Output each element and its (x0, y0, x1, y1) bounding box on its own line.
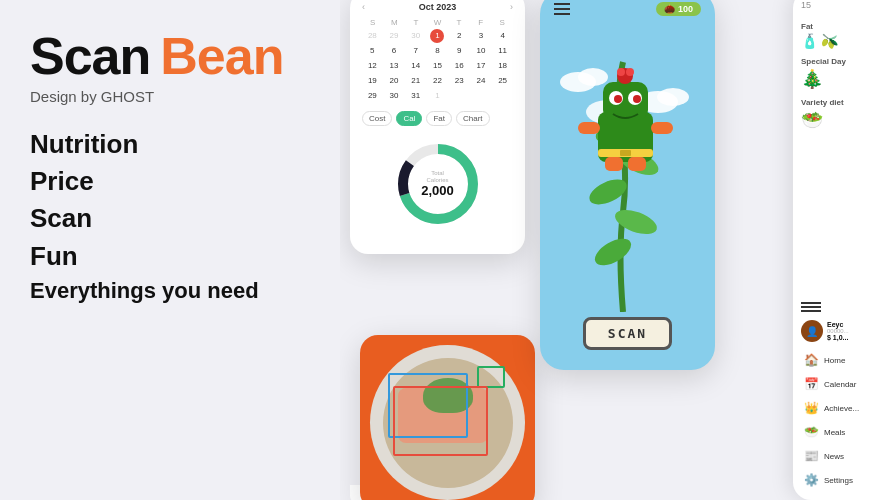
feature-scan: Scan (30, 203, 310, 234)
svg-point-20 (617, 68, 625, 76)
sidebar-variety-item: Variety diet 🥗 (801, 98, 880, 131)
features-list: Nutrition Price Scan Fun Everythings you… (30, 129, 310, 304)
donut-chart-container: Total Calories 2,000 (362, 134, 513, 234)
sidebar-fat-item: Fat 🧴 🫒 (801, 22, 880, 49)
tab-fat[interactable]: Fat (426, 111, 452, 126)
subtitle: Design by GHOST (30, 88, 310, 105)
svg-rect-27 (620, 150, 631, 156)
beanstalk-illustration (558, 52, 698, 312)
nav-home-label: Home (824, 356, 845, 365)
home-icon: 🏠 (803, 352, 819, 368)
special-label: Special Day (801, 57, 846, 66)
tab-chart[interactable]: Chart (456, 111, 490, 126)
avatar: 👤 (801, 320, 823, 342)
nav-settings-label: Settings (824, 476, 853, 485)
cal-days-header: S M T W T F S (362, 18, 513, 27)
nav-home[interactable]: 🏠 Home (801, 348, 880, 372)
svg-point-4 (578, 68, 608, 86)
hamburger-side-icon[interactable] (801, 302, 880, 312)
title-row: Scan Bean (30, 30, 310, 82)
nav-achieve[interactable]: 👑 Achieve... (801, 396, 880, 420)
meals-icon: 🥗 (803, 424, 819, 440)
donut-wrap: Total Calories 2,000 (388, 134, 488, 234)
nav-meals[interactable]: 🥗 Meals (801, 420, 880, 444)
feature-everything: Everythings you need (30, 278, 310, 304)
coin-icon: 🌰 (664, 4, 675, 14)
scan-button[interactable]: SCAN (583, 317, 672, 350)
tab-cal[interactable]: Cal (396, 111, 422, 126)
coin-badge: 🌰 100 (656, 2, 701, 16)
svg-rect-24 (605, 157, 623, 171)
svg-rect-23 (651, 122, 673, 134)
variety-label: Variety diet (801, 98, 844, 107)
nav-meals-label: Meals (824, 428, 845, 437)
detection-box-green (477, 366, 505, 388)
phone-card-beanstalk: 🌰 100 (540, 0, 715, 370)
news-icon: 📰 (803, 448, 819, 464)
user-row: 👤 Eeyc 00000... $ 1,0... (801, 320, 880, 342)
nav-calendar[interactable]: 📅 Calendar (801, 372, 880, 396)
cal-month: Oct 2023 (419, 2, 457, 12)
settings-icon: ⚙️ (803, 472, 819, 488)
phone-card-scan-wrapper: Total: $ 120.00 (350, 485, 525, 500)
donut-total-label: Total (421, 170, 454, 177)
achieve-icon: 👑 (803, 400, 819, 416)
nav-calendar-label: Calendar (824, 380, 856, 389)
svg-rect-25 (628, 157, 646, 171)
svg-point-17 (614, 95, 622, 103)
phone-card-scan (360, 335, 535, 500)
phone-card-nutrition: ‹ Oct 2023 › S M T W T F S 28 29 30 1 2 … (350, 0, 525, 254)
nav-achieve-label: Achieve... (824, 404, 859, 413)
detection-box-red (393, 386, 488, 456)
nav-settings[interactable]: ⚙️ Settings (801, 468, 880, 492)
nav-news[interactable]: 📰 News (801, 444, 880, 468)
beanstalk-area (558, 0, 698, 317)
feature-fun: Fun (30, 241, 310, 272)
calendar-grid: 28 29 30 1 2 3 4 5 6 7 8 9 10 11 12 13 1… (362, 29, 513, 103)
nav-news-label: News (824, 452, 844, 461)
bean-top-bar: 🌰 100 (540, 2, 715, 16)
fat-label: Fat (801, 22, 813, 31)
sidebar-categories: 15 Fat 🧴 🫒 Special Day 🎄 Variety diet 🥗 (801, 0, 880, 131)
nutrition-tabs: Cost Cal Fat Chart (362, 111, 513, 126)
svg-point-6 (657, 88, 689, 106)
user-name: Eeyc (827, 321, 849, 328)
feature-nutrition: Nutrition (30, 129, 310, 160)
calendar-icon: 📅 (803, 376, 819, 392)
hamburger-icon[interactable] (554, 3, 570, 15)
title-bean: Bean (160, 30, 283, 82)
coin-value: 100 (678, 4, 693, 14)
cal-next[interactable]: › (510, 2, 513, 12)
sidebar-bottom: 👤 Eeyc 00000... $ 1,0... 🏠 Home 📅 Calend… (793, 294, 888, 500)
phone-card-sidebar: 15 Fat 🧴 🫒 Special Day 🎄 Variety diet 🥗 (793, 0, 888, 500)
sidebar-special-item: Special Day 🎄 (801, 57, 880, 90)
left-panel: Scan Bean Design by GHOST Nutrition Pric… (0, 0, 340, 500)
svg-point-8 (590, 233, 635, 270)
svg-rect-22 (578, 122, 600, 134)
user-balance: $ 1,0... (827, 334, 849, 341)
donut-value: 2,000 (421, 184, 454, 198)
svg-point-21 (626, 68, 634, 76)
svg-point-18 (633, 95, 641, 103)
calendar-header: ‹ Oct 2023 › (362, 2, 513, 12)
cal-prev[interactable]: ‹ (362, 2, 365, 12)
tab-cost[interactable]: Cost (362, 111, 392, 126)
plate-food (383, 358, 513, 488)
user-info: Eeyc 00000... $ 1,0... (827, 321, 849, 341)
right-panel: ‹ Oct 2023 › S M T W T F S 28 29 30 1 2 … (340, 0, 888, 500)
feature-price: Price (30, 166, 310, 197)
donut-center-label: Total Calories 2,000 (421, 170, 454, 199)
title-scan: Scan (30, 30, 150, 82)
